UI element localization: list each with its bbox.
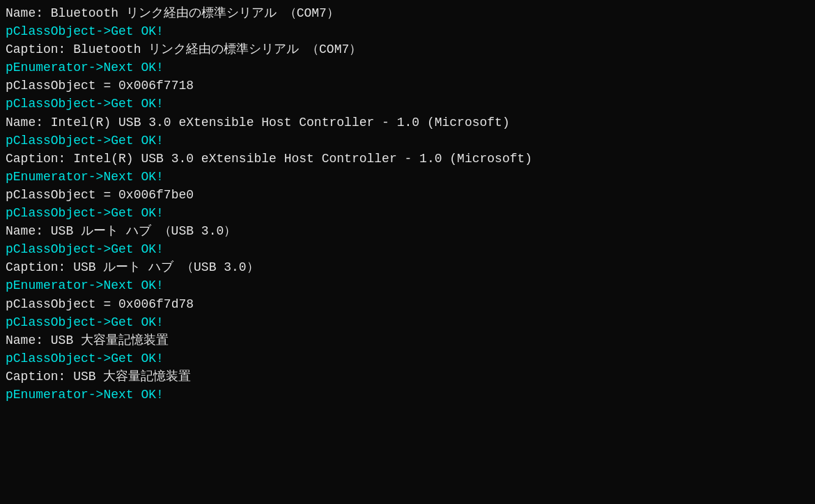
- console-line: pClassObject->Get OK!: [6, 204, 809, 222]
- console-line: pClassObject = 0x006f7718: [6, 77, 809, 95]
- console-line: pClassObject->Get OK!: [6, 313, 809, 331]
- console-line: Name: USB 大容量記憶装置: [6, 331, 809, 349]
- console-line: Caption: Intel(R) USB 3.0 eXtensible Hos…: [6, 150, 809, 168]
- console-line: Name: Bluetooth リンク経由の標準シリアル （COM7）: [6, 4, 809, 22]
- console-line: Caption: USB 大容量記憶装置: [6, 368, 809, 386]
- console-line: pEnumerator->Next OK!: [6, 386, 809, 404]
- console-line: Caption: Bluetooth リンク経由の標準シリアル （COM7）: [6, 40, 809, 58]
- console-line: Caption: USB ルート ハブ （USB 3.0）: [6, 258, 809, 276]
- console-line: pClassObject = 0x006f7be0: [6, 186, 809, 204]
- console-line: Name: Intel(R) USB 3.0 eXtensible Host C…: [6, 113, 809, 132]
- console-line: pClassObject->Get OK!: [6, 240, 809, 258]
- console-line: pEnumerator->Next OK!: [6, 276, 809, 294]
- console-line: pClassObject->Get OK!: [6, 22, 809, 40]
- console-line: pClassObject->Get OK!: [6, 132, 809, 150]
- console-output: Name: Bluetooth リンク経由の標準シリアル （COM7）pClas…: [6, 4, 809, 404]
- console-line: Name: USB ルート ハブ （USB 3.0）: [6, 222, 809, 240]
- console-line: pClassObject->Get OK!: [6, 349, 809, 368]
- console-line: pEnumerator->Next OK!: [6, 58, 809, 77]
- console-line: pClassObject = 0x006f7d78: [6, 295, 809, 313]
- console-line: pClassObject->Get OK!: [6, 95, 809, 113]
- console-line: pEnumerator->Next OK!: [6, 168, 809, 186]
